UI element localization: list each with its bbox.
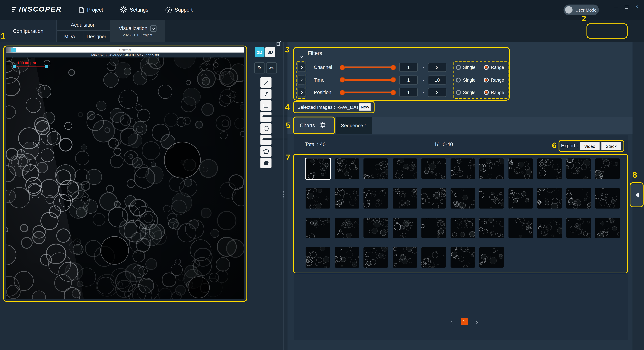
thumbnail[interactable] [479,158,504,179]
filled-polygon-tool-button[interactable] [260,158,272,168]
thumbnail[interactable] [450,218,475,238]
expand-filter-button[interactable] [297,63,305,72]
curve-tool-button[interactable] [260,89,272,99]
contrast-handle[interactable] [11,48,16,52]
view-2d-button[interactable]: 2D [254,47,264,57]
range-radio[interactable] [484,65,489,70]
slider-handle-max[interactable] [390,77,396,82]
menu-project[interactable]: Project [79,7,103,13]
scale-bar-handle-left[interactable] [13,65,16,68]
scale-bar-line[interactable] [14,66,47,67]
contrast-histogram[interactable]: Contrast [6,47,244,53]
thumbnail[interactable] [334,158,359,179]
user-mode-toggle[interactable]: User Mode [564,4,599,15]
range-radio[interactable] [484,77,489,82]
range-min-input[interactable] [399,88,418,97]
thumbnail[interactable] [422,218,446,238]
thumbnail[interactable] [364,158,388,179]
tab-designer[interactable]: Designer [83,31,110,42]
export-stack-button[interactable]: Stack [601,142,621,150]
single-radio[interactable] [456,65,461,70]
open-external-icon[interactable] [276,40,282,48]
thumbnail[interactable] [537,218,562,238]
menu-settings[interactable]: Settings [120,6,148,14]
crop-scissors-button[interactable]: ✂ [266,62,277,73]
thumbnail[interactable] [450,158,475,179]
thumbnail[interactable] [306,188,330,209]
close-icon[interactable]: × [636,4,638,9]
range-slider[interactable] [340,75,396,84]
thumbnail[interactable] [479,218,504,238]
thumbnail[interactable] [479,247,504,268]
single-radio[interactable] [456,90,461,95]
thumbnail[interactable] [334,188,359,209]
thumbnail[interactable] [422,188,446,209]
tab-configuration[interactable]: Configuration [0,20,57,42]
range-slider[interactable] [340,63,396,72]
thumbnail[interactable] [392,247,417,268]
thumbnail[interactable] [537,188,562,209]
single-radio[interactable] [456,77,461,82]
thumbnail[interactable] [364,247,388,268]
thumbnail[interactable] [306,218,330,238]
ellipse-tool-button[interactable] [260,123,272,134]
thumbnail[interactable] [566,218,591,238]
tab-mda[interactable]: MDA [57,31,83,42]
previous-page-icon[interactable] [451,318,454,325]
view-3d-button[interactable]: 3D [265,47,275,57]
thumbnail[interactable] [566,188,591,209]
thumbnail[interactable] [537,158,562,179]
tab-acquisition[interactable]: Acquisition [57,20,110,31]
thumbnail[interactable] [392,188,417,209]
thumbnail[interactable] [306,247,330,268]
thumbnail[interactable] [450,188,475,209]
range-max-input[interactable] [428,63,446,72]
filters-collapse-chevron[interactable] [300,52,302,59]
thumbnail[interactable] [334,218,359,238]
tab-visualization[interactable]: Visualization 2025-11-10 Project [110,20,165,42]
thumbnail[interactable] [364,188,388,209]
visualization-dropdown[interactable] [150,25,156,31]
collapse-panel-button[interactable] [631,184,643,206]
slider-handle-max[interactable] [390,90,396,95]
minimize-icon[interactable] [614,7,618,8]
expand-filter-button[interactable] [297,88,305,97]
slider-handle-min[interactable] [340,65,345,70]
thumbnail[interactable] [508,158,533,179]
annotate-pencil-button[interactable]: ✎ [254,62,265,73]
range-slider[interactable] [340,88,396,97]
thumbnail[interactable] [595,158,620,179]
divider-drag-handle[interactable] [282,191,284,197]
thumbnail[interactable] [595,188,620,209]
charts-gear-icon[interactable] [320,122,326,129]
line-tool-button[interactable] [260,77,272,88]
slider-handle-min[interactable] [340,90,345,95]
export-video-button[interactable]: Video [580,142,600,150]
filled-rectangle-tool-button[interactable] [260,112,272,122]
thumbnail[interactable] [479,188,504,209]
menu-support[interactable]: ? Support [166,7,192,13]
thumbnail[interactable] [306,158,330,179]
tab-charts[interactable]: Charts [294,117,335,134]
filled-ellipse-tool-button[interactable] [260,135,272,145]
slider-handle-max[interactable] [390,65,396,70]
rectangle-tool-button[interactable] [260,100,272,111]
thumbnail[interactable] [392,218,417,238]
polygon-tool-button[interactable] [260,146,272,157]
range-min-input[interactable] [399,63,418,72]
thumbnail[interactable] [334,247,359,268]
slider-handle-min[interactable] [340,77,345,82]
thumbnail[interactable] [595,218,620,238]
thumbnail[interactable] [422,158,446,179]
thumbnail[interactable] [450,247,475,268]
range-min-input[interactable] [399,75,418,84]
scale-bar-handle-right[interactable] [45,65,48,68]
thumbnail[interactable] [508,188,533,209]
tab-sequence-1[interactable]: Sequence 1 [336,117,372,134]
new-selection-button[interactable]: New [359,103,371,111]
thumbnail[interactable] [508,218,533,238]
maximize-icon[interactable] [625,5,628,8]
expand-filter-button[interactable] [297,75,305,84]
next-page-icon[interactable] [475,318,477,325]
image-viewer[interactable]: 100.00 µm [6,57,244,299]
